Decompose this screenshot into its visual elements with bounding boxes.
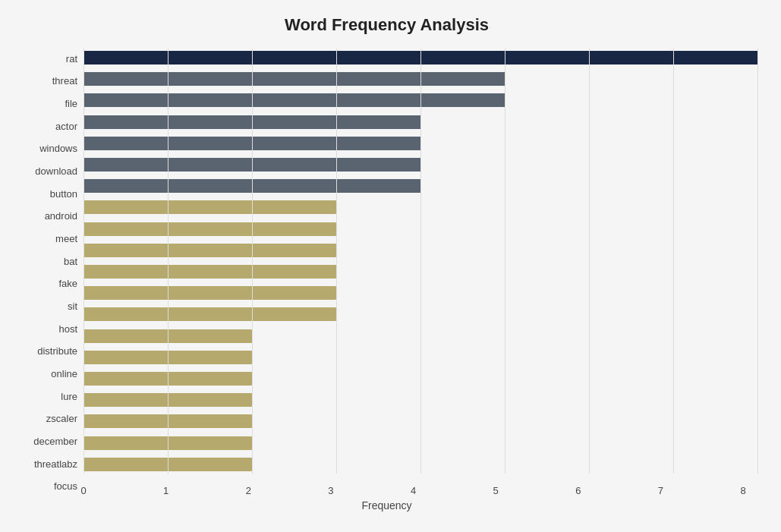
y-label: sit [68, 296, 77, 316]
bar [83, 200, 336, 214]
bar-row [83, 284, 758, 302]
bar [83, 51, 758, 65]
y-label: android [45, 206, 77, 226]
bar-row [83, 198, 758, 216]
x-axis-labels: 012345678 [83, 474, 758, 496]
y-label: download [35, 161, 77, 181]
bar-row [83, 241, 758, 260]
bar [83, 414, 252, 428]
bar [83, 329, 252, 343]
bar [83, 286, 336, 300]
bars-wrapper [83, 49, 758, 496]
x-tick-label: 1 [151, 485, 181, 496]
bar-row [83, 70, 758, 88]
y-label: threat [52, 71, 77, 91]
chart-area: ratthreatfileactorwindowsdownloadbuttona… [15, 49, 758, 496]
bar-row [83, 156, 758, 174]
bar [83, 458, 252, 471]
x-tick-label: 5 [480, 485, 511, 496]
bar-row [83, 370, 758, 388]
x-axis-title: Frequency [15, 499, 758, 512]
y-axis-labels: ratthreatfileactorwindowsdownloadbuttona… [15, 49, 83, 496]
bar [83, 436, 252, 450]
y-label: lure [61, 386, 77, 406]
bar-row [83, 327, 758, 345]
y-label: distribute [37, 342, 77, 361]
bar-row [83, 177, 758, 195]
x-tick-label: 8 [728, 485, 758, 496]
y-label: button [50, 184, 77, 203]
bar-row [83, 348, 758, 367]
bar [83, 158, 421, 172]
x-tick-label: 4 [398, 485, 429, 496]
bar [83, 307, 336, 321]
x-tick-label: 7 [645, 485, 676, 496]
bar [83, 265, 336, 279]
bar-row [83, 455, 758, 474]
bar-row [83, 91, 758, 109]
bar [83, 222, 336, 236]
bar-row [83, 391, 758, 409]
bar-row [83, 263, 758, 281]
y-label: fake [58, 274, 77, 294]
bar-row [83, 113, 758, 131]
y-label: threatlabz [34, 454, 77, 474]
bar [83, 72, 505, 86]
x-tick-label: 3 [316, 485, 346, 496]
y-label: bat [64, 251, 77, 271]
y-label: file [65, 93, 77, 113]
bar-row [83, 412, 758, 430]
y-label: december [33, 431, 77, 451]
y-label: meet [55, 228, 77, 248]
bar-row [83, 134, 758, 153]
bar-row [83, 305, 758, 323]
y-label: actor [55, 116, 77, 136]
bar [83, 115, 421, 129]
x-tick-label: 6 [563, 485, 594, 496]
bar-row [83, 220, 758, 238]
bar [83, 393, 252, 407]
bar [83, 372, 252, 386]
y-label: zscaler [46, 409, 77, 429]
bar-row [83, 434, 758, 452]
y-label: windows [39, 139, 77, 159]
bars-and-grid: 012345678 [83, 49, 758, 496]
bar [83, 351, 252, 364]
x-tick-label: 2 [233, 485, 263, 496]
chart-container: Word Frequency Analysis ratthreatfileact… [0, 0, 781, 532]
y-label: online [51, 364, 77, 383]
y-label: host [58, 319, 77, 338]
bar [83, 93, 505, 107]
bar-row [83, 49, 758, 67]
bar [83, 137, 421, 150]
bar [83, 244, 336, 257]
bar [83, 179, 421, 193]
x-tick-label: 0 [68, 485, 99, 496]
chart-title: Word Frequency Analysis [15, 15, 758, 35]
y-label: rat [66, 49, 77, 68]
